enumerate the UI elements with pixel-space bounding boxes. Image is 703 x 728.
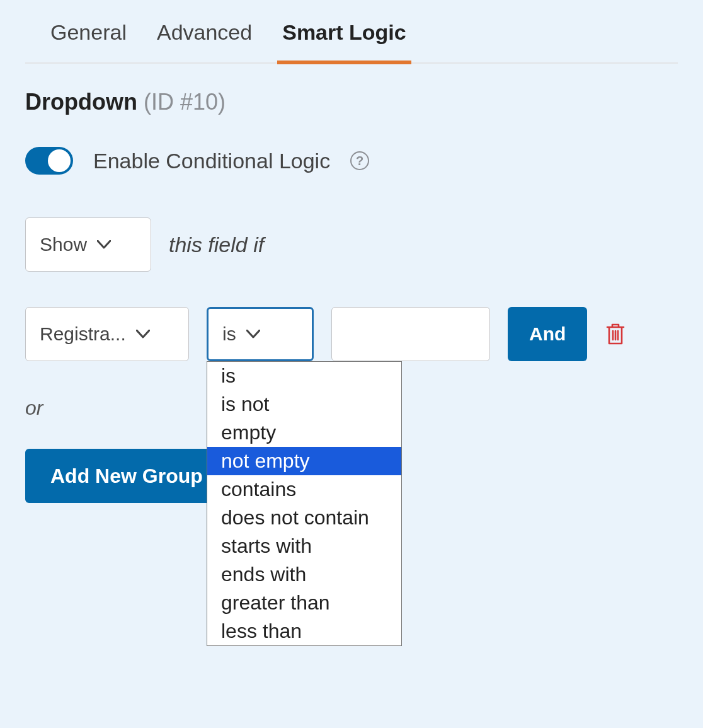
field-name: Dropdown bbox=[25, 89, 137, 115]
operator-option[interactable]: contains bbox=[207, 475, 401, 504]
conditional-logic-label: Enable Conditional Logic bbox=[93, 149, 330, 173]
tabs-bar: General Advanced Smart Logic bbox=[25, 5, 678, 64]
tab-general[interactable]: General bbox=[50, 20, 127, 62]
operator-option[interactable]: not empty bbox=[207, 447, 401, 475]
field-heading: Dropdown (ID #10) bbox=[25, 89, 678, 115]
operator-option[interactable]: empty bbox=[207, 419, 401, 447]
action-select-value: Show bbox=[40, 234, 87, 255]
rule-value-input[interactable] bbox=[331, 307, 490, 361]
operator-option[interactable]: starts with bbox=[207, 532, 401, 560]
operator-dropdown-menu: isis notemptynot emptycontainsdoes not c… bbox=[207, 361, 402, 646]
tab-smart-logic[interactable]: Smart Logic bbox=[282, 20, 406, 62]
and-button[interactable]: And bbox=[508, 307, 587, 361]
help-icon[interactable]: ? bbox=[350, 151, 369, 170]
add-new-group-button[interactable]: Add New Group bbox=[25, 449, 228, 503]
field-id: (ID #10) bbox=[144, 89, 226, 115]
rule-field-select[interactable]: Registra... bbox=[25, 307, 189, 361]
conditional-logic-toggle[interactable] bbox=[25, 147, 73, 175]
rule-field-select-value: Registra... bbox=[40, 323, 126, 345]
chevron-down-icon bbox=[246, 330, 260, 338]
rule-operator-select[interactable]: is bbox=[207, 307, 314, 361]
chevron-down-icon bbox=[97, 240, 111, 249]
operator-option[interactable]: is not bbox=[207, 390, 401, 419]
rule-operator-select-value: is bbox=[222, 323, 236, 345]
action-suffix-text: this field if bbox=[169, 233, 264, 257]
operator-option[interactable]: is bbox=[207, 362, 401, 390]
trash-icon[interactable] bbox=[605, 322, 626, 346]
tab-advanced[interactable]: Advanced bbox=[157, 20, 252, 62]
chevron-down-icon bbox=[136, 330, 150, 338]
operator-option[interactable]: greater than bbox=[207, 589, 401, 617]
operator-option[interactable]: less than bbox=[207, 617, 401, 645]
action-select[interactable]: Show bbox=[25, 217, 151, 272]
operator-option[interactable]: ends with bbox=[207, 560, 401, 589]
toggle-knob bbox=[48, 149, 71, 172]
operator-option[interactable]: does not contain bbox=[207, 504, 401, 532]
